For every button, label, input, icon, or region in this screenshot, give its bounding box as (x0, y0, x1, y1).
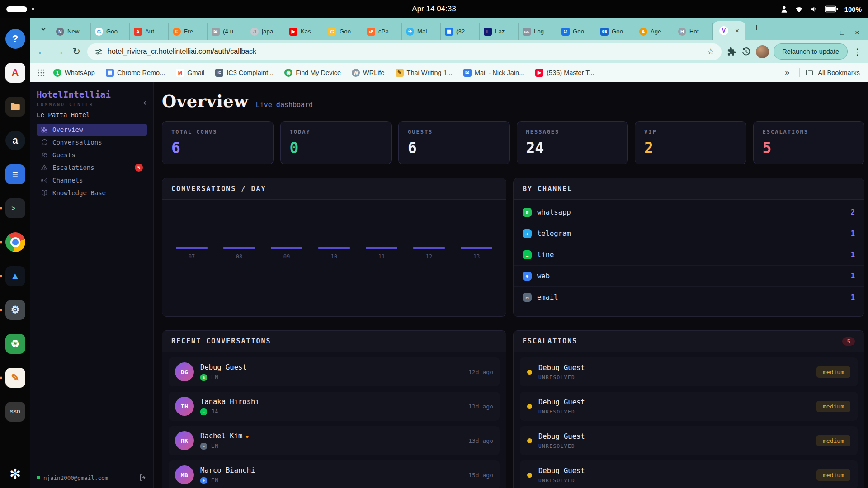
dock-item-blue-arrow-app[interactable]: ▲ (5, 266, 25, 286)
chart-bars: 07080910111213 (172, 247, 496, 260)
conversation-item[interactable]: DGDebug Guest☎EN12d ago (169, 357, 500, 386)
dock-item-ssd-drive[interactable]: SSD (5, 402, 25, 422)
close-button[interactable]: × (855, 28, 859, 36)
browser-tab[interactable]: GGoo (324, 23, 363, 40)
sidebar-item-knowledge-base[interactable]: Knowledge Base (37, 187, 147, 199)
all-bookmarks-button[interactable]: All Bookmarks (805, 68, 862, 77)
history-icon[interactable] (741, 47, 751, 57)
docs-icon: ≡ (5, 164, 25, 184)
bookmark-item[interactable]: ▶(535) Master T... (531, 66, 598, 79)
dock-item-settings[interactable]: ⚙ (5, 300, 25, 320)
conversation-item[interactable]: MBMarco Bianchi⊕EN15d ago (169, 460, 500, 488)
bookmark-item[interactable]: ◉Find My Device (280, 66, 345, 79)
channel-row-telegram[interactable]: ✈telegram1 (514, 223, 864, 244)
tab-favicon: L (484, 28, 492, 36)
tab-search-button[interactable] (37, 22, 50, 36)
bookmark-item[interactable]: ICIC3 Complaint... (211, 66, 278, 79)
maximize-button[interactable]: □ (840, 28, 844, 36)
browser-tab[interactable]: ▶Kas (285, 23, 324, 40)
bookmarks-overflow-icon[interactable]: » (780, 68, 794, 77)
collapse-sidebar-button[interactable]: ‹ (142, 98, 148, 108)
browser-tab[interactable]: NNew (52, 23, 91, 40)
chart-x-label: 07 (189, 253, 195, 260)
dock-item-chrome[interactable] (5, 232, 25, 252)
channel-row-whatsapp[interactable]: ☎whatsapp2 (514, 202, 864, 223)
minimize-button[interactable]: – (826, 28, 829, 36)
relaunch-to-update-button[interactable]: Relaunch to update (774, 43, 848, 60)
bookmark-item[interactable]: ✎Thai Writing 1... (392, 66, 457, 79)
extensions-icon[interactable] (726, 47, 736, 57)
dock-item-terminal[interactable]: >_ (5, 198, 25, 218)
battery-icon[interactable] (825, 5, 838, 13)
browser-tab[interactable]: 14Goo (557, 23, 596, 40)
conversation-item[interactable]: THTanaka Hiroshi…JA13d ago (169, 392, 500, 421)
chart-bar (366, 247, 397, 249)
tab-title: japa (262, 28, 281, 35)
dock-item-aliexpress[interactable]: A (5, 63, 25, 83)
browser-tab[interactable]: Jjapa (246, 23, 285, 40)
volume-icon[interactable] (810, 5, 818, 14)
sidebar-item-guests[interactable]: Guests (37, 149, 147, 161)
escalation-item[interactable]: Debug GuestUNRESOLVEDmedium (520, 392, 858, 421)
escalation-item[interactable]: Debug GuestUNRESOLVEDmedium (520, 357, 858, 386)
browser-tab[interactable]: AAut (130, 23, 169, 40)
sidebar-item-conversations[interactable]: Conversations (37, 136, 147, 148)
conversation-item[interactable]: RKRachel Kim★✉EN13d ago (169, 426, 500, 455)
tab-close-icon[interactable]: × (735, 27, 739, 34)
system-clock[interactable]: Apr 14 04:33 (412, 5, 456, 14)
channel-row-line[interactable]: …line1 (514, 244, 864, 266)
bookmark-item[interactable]: 1WhatsApp (49, 66, 99, 79)
wifi-icon[interactable] (795, 5, 803, 14)
sidebar-item-channels[interactable]: Channels (37, 174, 147, 186)
bookmark-item[interactable]: ▦Chrome Remo... (102, 66, 169, 79)
forward-button[interactable]: → (53, 46, 66, 57)
bookmark-item[interactable]: ✉Mail - Nick Jain... (459, 66, 528, 79)
browser-tab[interactable]: ✉(4 u (208, 23, 246, 40)
browser-tab[interactable]: ▦(32 (441, 23, 480, 40)
sidebar-item-escalations[interactable]: Escalations5 (37, 162, 147, 174)
logout-button[interactable] (139, 474, 147, 482)
tab-title: (4 u (223, 28, 242, 35)
dock-item-notes[interactable]: ✎ (5, 368, 25, 388)
new-tab-button[interactable]: + (751, 22, 763, 34)
dock-item-files[interactable] (5, 97, 25, 117)
dock-item-amazon[interactable]: a (5, 131, 25, 150)
apps-grid-icon[interactable] (37, 68, 46, 77)
sidebar-item-overview[interactable]: Overview (37, 124, 147, 136)
active-tab[interactable]: V × (713, 21, 745, 40)
dock-item-help[interactable]: ? (5, 29, 25, 49)
browser-tab[interactable]: AAge (635, 23, 674, 40)
bookmark-star-icon[interactable]: ☆ (707, 47, 714, 56)
screen: Apr 14 04:33 100% ?Aa≡>_▲⚙♻✎SSD✻ NNewGGo… (0, 0, 868, 488)
escalation-item[interactable]: Debug GuestUNRESOLVEDmedium (520, 426, 858, 455)
bookmark-item[interactable]: MGmail (172, 66, 208, 79)
notification-pill[interactable] (6, 6, 27, 12)
browser-tab[interactable]: GBGoo (596, 23, 635, 40)
stat-card-guests: GUESTS6 (398, 121, 510, 164)
escalation-item[interactable]: Debug GuestUNRESOLVEDmedium (520, 460, 858, 488)
tab-title: Goo (340, 28, 359, 35)
url-bar[interactable]: hotel_riviera_cr.hotelintelliai.com/auth… (87, 43, 722, 60)
browser-tab[interactable]: FFre (169, 23, 208, 40)
app-launcher-icon[interactable]: ✻ (9, 467, 21, 481)
browser-tab[interactable]: GGoo (91, 23, 130, 40)
accessibility-person-icon[interactable] (780, 5, 788, 14)
dock-item-docs[interactable]: ≡ (5, 164, 25, 184)
browser-tab[interactable]: HHot (674, 23, 713, 40)
site-info-icon[interactable] (94, 47, 103, 56)
browser-menu-icon[interactable]: ⋮ (852, 47, 863, 57)
profile-avatar[interactable] (756, 45, 769, 58)
tab-favicon: ✈ (406, 28, 414, 36)
reload-button[interactable]: ↻ (70, 46, 83, 57)
dock-item-recycle[interactable]: ♻ (5, 334, 25, 354)
browser-tab[interactable]: ✈Mai (402, 23, 441, 40)
conversation-subline: ☎EN (200, 374, 247, 381)
channel-row-web[interactable]: ⊕web1 (514, 266, 864, 287)
back-button[interactable]: ← (36, 46, 48, 57)
bookmark-item[interactable]: WWRLife (348, 66, 389, 79)
browser-tab[interactable]: SQLLog (519, 23, 557, 40)
browser-tab[interactable]: LLaz (480, 23, 519, 40)
tab-title: Age (651, 28, 670, 35)
channel-row-email[interactable]: ✉email1 (514, 287, 864, 308)
browser-tab[interactable]: cPcPa (363, 23, 402, 40)
